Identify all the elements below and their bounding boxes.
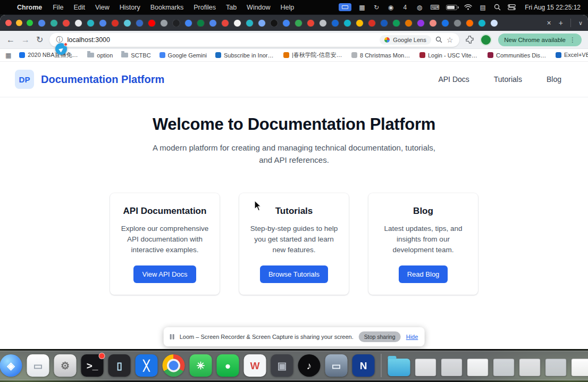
nav-api-docs-link[interactable]: API Docs xyxy=(438,75,469,84)
dock-minimized-window[interactable] xyxy=(545,359,567,376)
dock-display-app[interactable]: ▭ xyxy=(325,354,348,377)
browser-tab-18[interactable] xyxy=(246,20,253,27)
nav-blog-link[interactable]: Blog xyxy=(547,75,561,84)
browser-tab-12[interactable] xyxy=(173,20,180,27)
bookmark-star-icon[interactable]: ☆ xyxy=(447,36,453,44)
new-tab-icon[interactable]: + xyxy=(559,19,563,27)
menu-view[interactable]: View xyxy=(95,4,110,11)
bookmark-item[interactable]: Subscribe in Inore... xyxy=(212,51,279,60)
browser-tab-30[interactable] xyxy=(393,20,400,27)
minimize-window-button[interactable] xyxy=(16,20,22,26)
dock-wechat[interactable]: ● xyxy=(217,354,239,377)
browse-tutorials-button[interactable]: Browse Tutorials xyxy=(260,265,328,283)
bookmark-item[interactable]: option xyxy=(83,51,116,60)
browser-tab-13[interactable] xyxy=(185,20,192,27)
browser-tab-27[interactable] xyxy=(356,20,363,27)
browser-tab-9[interactable] xyxy=(136,20,143,27)
wifi-icon[interactable] xyxy=(464,3,472,12)
dock-dark-app[interactable]: ▣ xyxy=(271,354,293,377)
dock-downloads-folder[interactable] xyxy=(388,359,410,376)
spotlight-search-icon[interactable] xyxy=(493,3,501,12)
dropbox-icon[interactable]: ◉ xyxy=(387,3,394,12)
keyboard-input-icon[interactable]: ⌨ xyxy=(430,3,439,12)
menu-file[interactable]: File xyxy=(53,4,63,11)
globe-icon[interactable]: ◍ xyxy=(416,3,423,12)
menubar-clock[interactable]: Fri Aug 15 22:25:12 xyxy=(525,4,581,11)
dock-code-editor[interactable]: ╳ xyxy=(136,354,158,377)
browser-tab-37[interactable] xyxy=(478,20,485,27)
menu-profiles[interactable]: Profiles xyxy=(194,4,216,11)
bookmark-item[interactable]: Communities Disc... xyxy=(484,51,551,60)
menu-help[interactable]: Help xyxy=(281,4,295,11)
browser-tab-35[interactable] xyxy=(454,20,461,27)
dock-iphone-mirroring[interactable]: ▯ xyxy=(108,354,131,377)
browser-tab-32[interactable] xyxy=(417,20,424,27)
dock-word[interactable]: W xyxy=(244,354,266,377)
dock-minimized-window[interactable] xyxy=(572,359,588,376)
control-center-icon[interactable] xyxy=(508,3,516,12)
browser-tab-5[interactable] xyxy=(87,20,94,27)
dock-settings[interactable]: ⚙ xyxy=(54,354,77,377)
url-text[interactable]: localhost:3000 xyxy=(67,36,375,44)
menu-window[interactable]: Window xyxy=(247,4,270,11)
menu-bookmarks[interactable]: Bookmarks xyxy=(150,4,184,11)
dock-minimized-window[interactable] xyxy=(519,359,541,376)
bookmark-item[interactable]: Login - USC Viterb... xyxy=(416,51,483,60)
fullscreen-window-button[interactable] xyxy=(27,20,33,26)
dock-files[interactable]: ▭ xyxy=(27,354,49,377)
browser-tab-16[interactable] xyxy=(222,20,229,27)
browser-tab-25[interactable] xyxy=(332,20,339,27)
dock-minimized-window[interactable] xyxy=(467,359,489,376)
browser-tab-36[interactable] xyxy=(466,20,473,27)
hide-link[interactable]: Hide xyxy=(406,334,418,340)
dock-minimized-window[interactable] xyxy=(493,359,515,376)
read-blog-button[interactable]: Read Blog xyxy=(399,265,448,283)
browser-tab-23[interactable] xyxy=(307,20,314,27)
dock-music[interactable]: ♪ xyxy=(298,354,321,377)
menubar-app-name[interactable]: Chrome xyxy=(17,4,42,11)
update-chrome-button[interactable]: New Chrome available ⋮ xyxy=(498,34,582,46)
browser-tab-21[interactable] xyxy=(283,20,290,27)
browser-tab-2[interactable] xyxy=(51,20,57,27)
dock-green-app[interactable]: ✳ xyxy=(190,354,212,377)
browser-tab-7[interactable] xyxy=(112,20,119,27)
telegram-badge[interactable]: ▶ xyxy=(55,43,67,55)
back-icon[interactable]: ← xyxy=(6,36,15,44)
address-bar[interactable]: ⓘ localhost:3000 Google Lens ☆ xyxy=(49,33,459,47)
bookmark-item[interactable]: Excel+VBA制作小... xyxy=(552,50,588,60)
sync-icon[interactable]: ↻ xyxy=(373,3,380,12)
menu-edit[interactable]: Edit xyxy=(73,4,85,11)
menu-list-icon[interactable]: ▤ xyxy=(479,3,486,12)
bookmark-item[interactable]: 8 Christmas Mons... xyxy=(348,51,415,60)
dock-minimized-window[interactable] xyxy=(415,359,436,376)
browser-tab-33[interactable] xyxy=(430,20,436,27)
browser-tab-8[interactable] xyxy=(124,20,131,27)
browser-tab-1[interactable] xyxy=(38,20,45,27)
site-logo[interactable]: DP xyxy=(15,70,34,89)
forward-icon[interactable]: → xyxy=(21,36,30,44)
close-tab-icon[interactable]: × xyxy=(547,19,551,27)
window-grid-icon[interactable]: ▦ xyxy=(358,3,366,12)
bookmark-item[interactable]: 2020 NBA直播免費... xyxy=(15,50,82,60)
browser-tab-34[interactable] xyxy=(442,20,449,27)
close-window-button[interactable] xyxy=(5,20,12,26)
reload-icon[interactable]: ↻ xyxy=(36,36,43,44)
menu-tab[interactable]: Tab xyxy=(226,4,237,11)
extensions-icon[interactable] xyxy=(466,36,474,44)
view-api-docs-button[interactable]: View API Docs xyxy=(133,265,196,283)
google-lens-button[interactable]: Google Lens xyxy=(380,35,431,45)
mouse-battery-count-icon[interactable]: 4 xyxy=(401,3,409,12)
more-icon[interactable]: ⋮ xyxy=(569,36,576,44)
profile-avatar[interactable] xyxy=(480,34,492,46)
browser-tab-10[interactable] xyxy=(148,20,155,27)
zoom-icon[interactable] xyxy=(435,36,442,43)
browser-tab-19[interactable] xyxy=(258,20,265,27)
screen-sharing-indicator-icon[interactable] xyxy=(339,3,351,12)
browser-tab-14[interactable] xyxy=(197,20,204,27)
stop-sharing-button[interactable]: Stop sharing xyxy=(359,331,401,342)
battery-icon[interactable] xyxy=(446,3,457,12)
bookmark-item[interactable]: Google Gemini xyxy=(156,51,211,60)
nav-tutorials-link[interactable]: Tutorials xyxy=(494,75,522,84)
dock-safari[interactable]: ◈ xyxy=(0,354,22,377)
dock-chrome[interactable] xyxy=(163,354,185,377)
